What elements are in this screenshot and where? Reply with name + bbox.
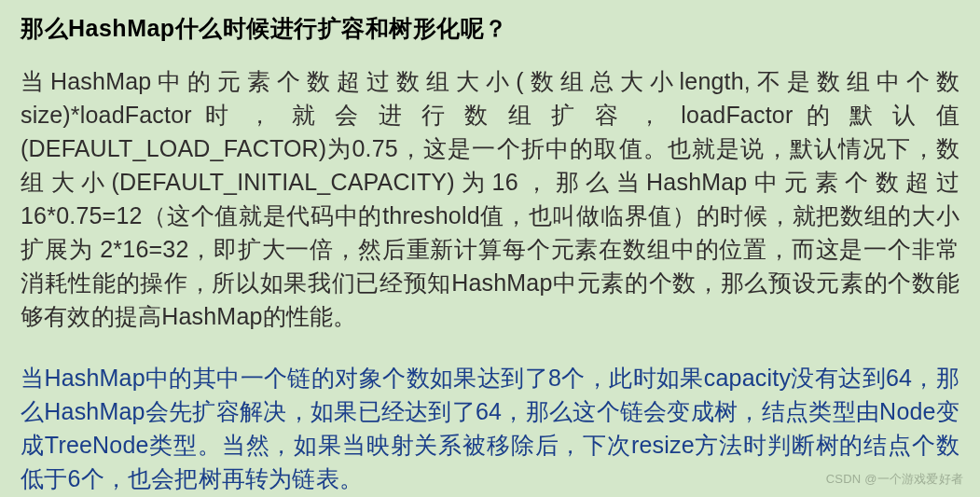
watermark-text: CSDN @一个游戏爱好者 bbox=[826, 471, 963, 488]
paragraph-treeify-explanation: 当HashMap中的其中一个链的对象个数如果达到了8个，此时如果capacity… bbox=[21, 361, 959, 495]
paragraph-resize-explanation: 当HashMap中的元素个数超过数组大小(数组总大小length,不是数组中个数… bbox=[21, 64, 959, 333]
section-heading: 那么HashMap什么时候进行扩容和树形化呢？ bbox=[21, 13, 959, 44]
